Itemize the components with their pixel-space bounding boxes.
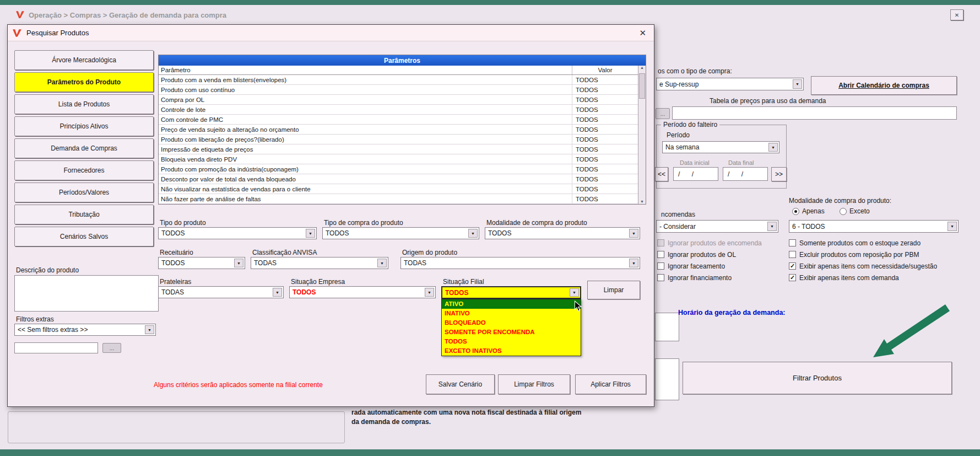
param-row[interactable]: Controle de loteTODOS [159,105,638,115]
param-row[interactable]: Impressão de etiqueta de preçosTODOS [159,144,638,154]
checkbox-row[interactable]: Ignorar financiamento [657,272,762,283]
checkbox-label: Ignorar produtos de encomenda [668,239,762,247]
checkbox-icon[interactable] [657,251,664,258]
filtros-extras-input[interactable] [14,342,98,353]
filtros-extras-combo[interactable]: << Sem filtros extras >> ▼ [14,324,156,336]
data-final-field[interactable]: / / [723,167,768,181]
radio-selected-icon[interactable] [792,208,799,215]
chevron-down-icon[interactable]: ▼ [570,288,579,297]
checkbox-icon[interactable] [789,251,796,258]
filtros-extras-browse-button[interactable]: ... [102,343,121,353]
checkbox-row[interactable]: ✓Exibir apenas itens com necessidade/sug… [789,260,937,272]
dropdown-option[interactable]: TODOS [442,337,581,346]
periodo-combo[interactable]: Na semana ▼ [662,141,779,153]
radio-unselected-icon[interactable] [840,208,847,215]
checkbox-row[interactable]: Ignorar produtos de OL [657,249,762,260]
param-row[interactable]: Com controle de PMCTODOS [159,115,638,125]
chevron-down-icon[interactable]: ▼ [377,259,387,267]
param-row[interactable]: Produto com uso contínuoTODOS [159,85,638,95]
param-row[interactable]: Produto com a venda em blisters(envelope… [159,75,638,85]
dialog-close-button[interactable]: ✕ [639,28,646,38]
checkbox-row[interactable]: Ignorar faceamento [657,260,762,272]
limpar-filtros-button[interactable]: Limpar Filtros [498,374,570,394]
prateleiras-combo[interactable]: TODAS ▼ [158,286,284,298]
checkbox-checked-icon[interactable]: ✓ [789,274,796,281]
sidebar-tab[interactable]: Demanda de Compras [14,138,154,158]
checkbox-row[interactable]: Ignorar produtos de encomenda [657,237,762,249]
tipo-compra-produto-combo[interactable]: TODOS ▼ [322,227,479,239]
data-inicial-field[interactable]: / / [673,167,718,181]
param-row[interactable]: Desconto por valor de total da venda blo… [159,174,638,184]
param-row[interactable]: Bloqueia venda direto PDVTODOS [159,154,638,164]
modalidade-todos-combo[interactable]: 6 - TODOS ▼ [789,220,959,233]
chevron-down-icon[interactable]: ▼ [145,325,154,334]
chevron-down-icon[interactable]: ▼ [947,222,957,231]
tabela-precos-browse-button[interactable]: ... [656,108,670,119]
scroll-down-icon[interactable]: ▼ [638,200,646,203]
considerar-combo[interactable]: - Considerar ▼ [656,220,778,233]
modalidade-compra-combo[interactable]: TODOS ▼ [485,227,640,239]
checkbox-row[interactable]: ✓Exibir apenas itens com demanda [789,272,937,283]
sidebar-tab[interactable]: Cenários Salvos [14,227,154,246]
chevron-down-icon[interactable]: ▼ [768,143,778,152]
previous-period-button[interactable]: << [655,167,668,181]
param-row[interactable]: Produto com promoção da indústria(cupona… [159,164,638,174]
param-row[interactable]: Produto com liberação de preços?(liberad… [159,135,638,144]
sidebar-tab[interactable]: Parâmetros do Produto [14,72,154,92]
aplicar-filtros-button[interactable]: Aplicar Filtros [575,374,646,394]
checkbox-icon[interactable] [657,262,664,270]
tipo-produto-label: Tipo do produto [160,219,206,227]
param-row[interactable]: Compra por OLTODOS [159,95,638,105]
scroll-up-icon[interactable]: ▲ [640,66,644,69]
limpar-button[interactable]: Limpar [587,281,640,299]
close-icon: ✕ [639,28,646,37]
sidebar-tab[interactable]: Fornecedores [14,160,154,180]
tabela-precos-field[interactable] [672,106,957,120]
receituario-combo[interactable]: TODOS ▼ [158,257,245,269]
dropdown-option[interactable]: ATIVO [442,299,581,309]
checkbox-icon[interactable] [657,274,664,281]
chevron-down-icon[interactable]: ▼ [234,259,243,267]
chevron-down-icon[interactable]: ▼ [629,259,638,267]
chevron-down-icon[interactable]: ▼ [425,288,434,297]
receituario-value: TODOS [161,259,185,267]
descricao-produto-textarea[interactable] [14,275,159,312]
radio-exceto[interactable]: Exceto [840,207,870,215]
checkbox-row[interactable]: Somente produtos com o estoque zerado [789,237,937,249]
params-table-scrollbar[interactable]: ▲ ▼ [638,66,646,204]
radio-apenas[interactable]: Apenas [792,207,825,215]
classificacao-anvisa-combo[interactable]: TODAS ▼ [251,257,388,269]
checkbox-row[interactable]: Excluir produtos com reposição por PBM [789,249,937,260]
dropdown-option[interactable]: BLOQUEADO [442,318,581,328]
param-row[interactable]: Não fazer parte de análise de faltasTODO… [159,194,638,204]
salvar-cenario-button[interactable]: Salvar Cenário [426,374,495,394]
situacao-empresa-combo[interactable]: TODOS ▼ [289,286,436,298]
param-row[interactable]: Preço de venda sujeito a alteração no or… [159,125,638,135]
sidebar-tab[interactable]: Tributação [14,205,154,224]
dropdown-option[interactable]: EXCETO INATIVOS [442,346,581,356]
abrir-calendario-button[interactable]: Abrir Calendário de compras [811,76,957,95]
sidebar-tab[interactable]: Lista de Produtos [14,94,154,114]
tipo-de-compra-combo[interactable]: e Sup-ressup ▼ [656,78,804,90]
checkbox-checked-icon[interactable]: ✓ [789,262,796,270]
chevron-down-icon[interactable]: ▼ [767,222,777,231]
chevron-down-icon[interactable]: ▼ [306,229,315,238]
chevron-down-icon[interactable]: ▼ [629,229,638,238]
tipo-produto-combo[interactable]: TODOS ▼ [158,227,317,239]
situacao-filial-combo[interactable]: TODOS ▼ [441,286,581,299]
checkbox-icon[interactable] [789,239,796,246]
sidebar-tab[interactable]: Períodos/Valores [14,183,154,202]
sidebar-tab[interactable]: Princípios Ativos [14,116,154,136]
dropdown-option[interactable]: SOMENTE POR ENCOMENDA [442,328,581,337]
chevron-down-icon[interactable]: ▼ [273,288,282,297]
chevron-down-icon[interactable]: ▼ [468,229,478,238]
next-period-button[interactable]: >> [771,167,787,181]
scrollbar-thumb[interactable] [639,73,645,99]
checkbox-icon[interactable] [657,239,664,246]
param-row[interactable]: Não visualizar na estatística de vendas … [159,184,638,194]
window-close-button[interactable]: ✕ [950,9,963,20]
sidebar-tab[interactable]: Árvore Mercadológica [14,50,154,70]
dropdown-option[interactable]: INATIVO [442,309,581,318]
chevron-down-icon[interactable]: ▼ [793,79,802,89]
origem-produto-combo[interactable]: TODAS ▼ [400,257,640,269]
